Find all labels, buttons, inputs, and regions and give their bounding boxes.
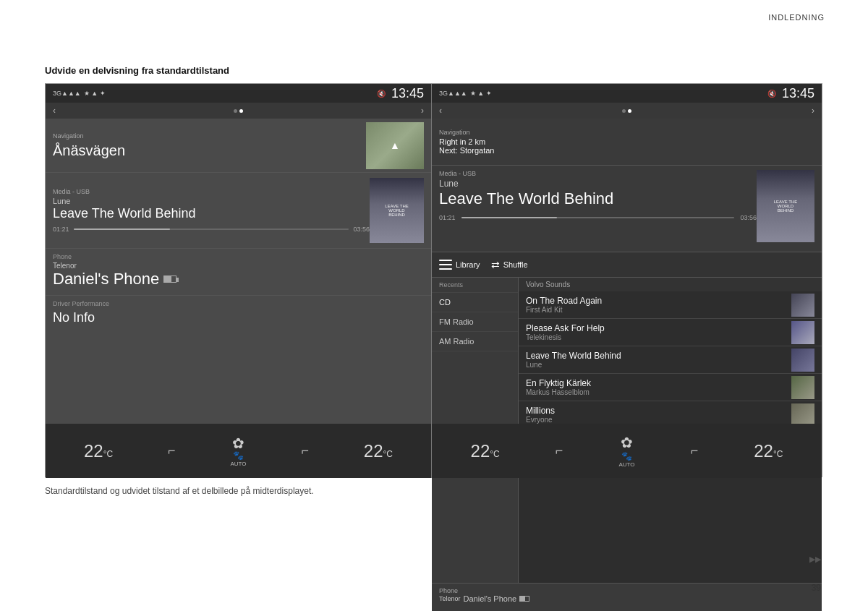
- right-navigation-section: Navigation Right in 2 km Next: Storgatan: [432, 119, 822, 166]
- playlist-item-text-2: Leave The World Behind Lune: [526, 351, 791, 369]
- right-nav-dots: [622, 109, 631, 113]
- playlist-thumb-0: [791, 294, 814, 317]
- right-forward-arrow[interactable]: ›: [812, 106, 814, 116]
- battery-fill-left: [164, 276, 171, 282]
- playlist-artist-0: First Aid Kit: [526, 306, 791, 314]
- playlist-artist-4: Evryone: [526, 416, 791, 424]
- left-time-total: 03:56: [353, 226, 370, 233]
- playlist-item-1[interactable]: Please Ask For Help Telekinesis: [519, 319, 822, 346]
- playlist-thumb-3: [791, 376, 814, 399]
- screenshot-container: 3G▲▲▲ ★ ▲ ✦ 🔇 13:45 ‹ › Navigation Ånäsv…: [45, 83, 822, 477]
- left-bottom-bar: 22 °C ⌐ ✿ 🐾 AUTO ⌐ 22 °C: [46, 424, 431, 478]
- playlist-item-text-1: Please Ask For Help Telekinesis: [526, 323, 791, 341]
- right-progress-container: 01:21 03:56: [439, 214, 757, 221]
- left-phone-section: Phone Telenor Daniel's Phone: [46, 249, 431, 296]
- playlist-item-2[interactable]: Leave The World Behind Lune: [519, 346, 822, 374]
- left-status-bar: 3G▲▲▲ ★ ▲ ✦ 🔇 13:45: [46, 84, 431, 103]
- playlist-artist-1: Telekinesis: [526, 333, 791, 341]
- right-signal-icon: 3G▲▲▲: [439, 90, 467, 97]
- album-thumb-bg: LEAVE THE WORLD BEHIND: [370, 178, 424, 243]
- recents-label: Recents: [432, 278, 518, 293]
- shuffle-button[interactable]: ⇄ Shuffle: [491, 259, 528, 270]
- shuffle-label: Shuffle: [503, 260, 528, 269]
- left-progress-fill: [74, 228, 170, 230]
- left-nav-address: Ånäsvägen: [53, 142, 366, 159]
- playlist-item-0[interactable]: On The Road Again First Aid Kit: [519, 291, 822, 319]
- battery-icon-right: [519, 596, 529, 602]
- left-temp-right: 22 °C: [364, 441, 393, 461]
- right-album-thumbnail[interactable]: LEAVE THEWORLDBEHIND: [757, 170, 814, 242]
- lib-line-3: [439, 268, 452, 270]
- left-media-title: Leave The World Behind: [53, 206, 370, 221]
- right-seat-icon-right: ⌐: [691, 443, 699, 458]
- library-label: Library: [456, 260, 480, 269]
- left-media-artist: Lune: [53, 197, 370, 205]
- shuffle-icon: ⇄: [491, 259, 500, 270]
- playlist-item-text-0: On The Road Again First Aid Kit: [526, 296, 791, 314]
- left-seat-icon-left: ⌐: [168, 443, 176, 458]
- playlist-artist-3: Markus Hasselblom: [526, 388, 791, 396]
- page-number: 39: [812, 583, 821, 593]
- left-phone-carrier: Telenor: [53, 262, 424, 270]
- left-phone-device: Daniel's Phone: [53, 270, 159, 289]
- section-title: Udvide en delvisning fra standardtilstan…: [45, 65, 229, 76]
- right-nav-next: Next: Storgatan: [439, 146, 814, 155]
- right-temp-right-num: 22: [754, 441, 773, 461]
- right-phone-row: Telenor Daniel's Phone: [439, 594, 814, 603]
- left-temp-right-unit: °C: [383, 449, 393, 459]
- left-fan-container: ✿ 🐾 AUTO: [230, 435, 246, 467]
- library-controls: Library ⇄ Shuffle: [432, 252, 822, 278]
- right-media-expanded: Media - USB Lune Leave The World Behind …: [432, 166, 822, 252]
- battery-fill-right: [520, 597, 525, 601]
- left-driver-label: Driver Performance: [53, 300, 424, 307]
- right-nav-direction: Right in 2 km: [439, 137, 814, 146]
- nav-dot-1: [234, 109, 237, 113]
- right-media-artist: Lune: [439, 179, 757, 189]
- playlist-item-text-4: Millions Evryone: [526, 406, 791, 424]
- left-nav-label: Navigation: [53, 132, 366, 140]
- source-item-cd[interactable]: CD: [432, 293, 518, 312]
- right-media-label: Media - USB: [439, 170, 757, 177]
- right-temp-right: 22 °C: [754, 441, 783, 461]
- left-nav-text: Navigation Ånäsvägen: [53, 132, 366, 159]
- playlist-item-3[interactable]: En Flyktig Kärlek Markus Hasselblom: [519, 374, 822, 401]
- left-panel: 3G▲▲▲ ★ ▲ ✦ 🔇 13:45 ‹ › Navigation Ånäsv…: [46, 84, 432, 478]
- right-phone-carrier: Telenor: [439, 595, 461, 602]
- left-progress-bar[interactable]: [74, 228, 349, 230]
- left-driver-value: No Info: [53, 310, 424, 325]
- right-temp-right-unit: °C: [773, 449, 783, 459]
- left-back-arrow[interactable]: ‹: [53, 106, 56, 116]
- left-phone-device-row: Daniel's Phone: [53, 270, 424, 289]
- right-time-current: 01:21: [439, 214, 456, 221]
- right-bottom-bar: 22 °C ⌐ ✿ 🐾 AUTO ⌐ 22 °C: [432, 424, 822, 478]
- right-album-text: LEAVE THEWORLDBEHIND: [773, 198, 799, 214]
- forward-arrows: ▶▶: [809, 555, 821, 564]
- left-nav-dots: [234, 109, 243, 113]
- right-nav-dot-1: [622, 109, 626, 113]
- right-phone-device: Daniel's Phone: [464, 594, 517, 603]
- right-nav-bar: ‹ ›: [432, 103, 822, 119]
- right-back-arrow[interactable]: ‹: [439, 106, 442, 116]
- left-time: 13:45: [391, 86, 424, 101]
- sound-icon-right: 🔇: [767, 90, 776, 98]
- left-forward-arrow[interactable]: ›: [421, 106, 424, 116]
- library-icon: [439, 260, 452, 270]
- right-nav-text: Navigation Right in 2 km Next: Storgatan: [439, 129, 814, 155]
- right-nav-label: Navigation: [439, 129, 814, 136]
- right-time-total: 03:56: [740, 214, 757, 221]
- left-album-thumbnail[interactable]: LEAVE THE WORLD BEHIND: [370, 178, 424, 243]
- playlist-title-2: Leave The World Behind: [526, 351, 791, 361]
- source-item-am[interactable]: AM Radio: [432, 332, 518, 351]
- library-button[interactable]: Library: [439, 260, 480, 270]
- battery-icon-left: [163, 275, 176, 283]
- caption: Standardtilstand og udvidet tilstand af …: [45, 486, 314, 496]
- source-item-fm[interactable]: FM Radio: [432, 312, 518, 332]
- map-thumbnail[interactable]: ▲: [366, 122, 424, 169]
- right-status-left: 3G▲▲▲ ★ ▲ ✦: [439, 90, 492, 97]
- right-progress-bar[interactable]: [461, 217, 735, 218]
- map-pin-icon: ▲: [390, 140, 400, 151]
- lib-line-1: [439, 260, 452, 261]
- wifi-icon: ★ ▲ ✦: [84, 90, 106, 97]
- person-icon-left: 🐾: [233, 450, 244, 461]
- left-temp-right-num: 22: [364, 441, 383, 461]
